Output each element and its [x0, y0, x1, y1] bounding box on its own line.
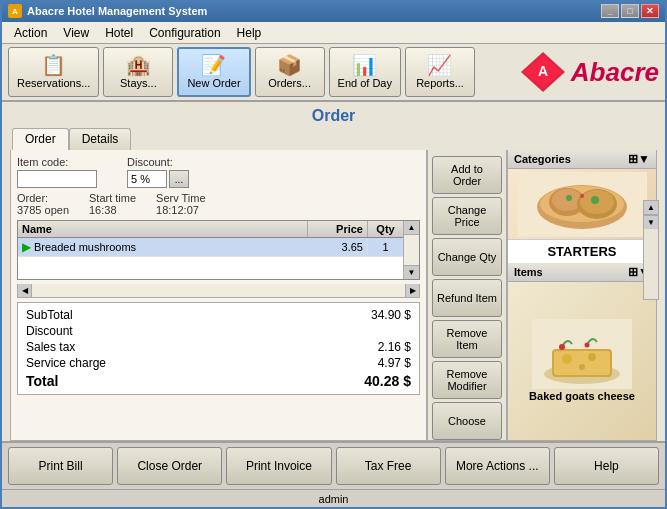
change-price-button[interactable]: Change Price: [432, 197, 502, 235]
main-content: Order Order Details Item code: Discount:: [2, 102, 665, 441]
menu-help[interactable]: Help: [229, 24, 270, 42]
servicecharge-value: 4.97 $: [378, 356, 411, 370]
toolbar-reports[interactable]: 📈 Reports...: [405, 47, 475, 97]
order-value: 3785 open: [17, 204, 69, 216]
tab-bar: Order Details: [2, 128, 665, 150]
menu-action[interactable]: Action: [6, 24, 55, 42]
servicecharge-label: Service charge: [26, 356, 106, 370]
category-name[interactable]: STARTERS: [508, 239, 656, 263]
page-title: Order: [2, 102, 665, 128]
discount-input[interactable]: [127, 170, 167, 188]
scroll-right-button[interactable]: ▶: [405, 284, 419, 297]
items-header: Items ⊞▼: [508, 263, 656, 282]
left-panel: Item code: Discount: ... Order:: [10, 150, 427, 441]
scroll-down-button[interactable]: ▼: [404, 265, 419, 279]
status-bar: admin: [2, 489, 665, 507]
toolbar-reservations[interactable]: 📋 Reservations...: [8, 47, 99, 97]
subtotal-value: 34.90 $: [371, 308, 411, 322]
item-code-input[interactable]: [17, 170, 97, 188]
total-value: 40.28 $: [364, 373, 411, 389]
toolbar-end-of-day[interactable]: 📊 End of Day: [329, 47, 401, 97]
serv-time-value: 18:12:07: [156, 204, 199, 216]
close-button[interactable]: ✕: [641, 4, 659, 18]
menu-configuration[interactable]: Configuration: [141, 24, 228, 42]
form-row-top: Item code: Discount: ...: [17, 156, 420, 188]
category-image[interactable]: [508, 169, 656, 239]
close-order-button[interactable]: Close Order: [117, 447, 222, 485]
table-scrollbar[interactable]: ▲ ▼: [403, 221, 419, 279]
logo-text: Abacre: [571, 57, 659, 88]
svg-rect-16: [554, 351, 610, 375]
toolbar-end-of-day-label: End of Day: [338, 77, 392, 89]
toolbar-orders-label: Orders...: [268, 77, 311, 89]
toolbar-new-order[interactable]: 📝 New Order: [177, 47, 250, 97]
change-qty-button[interactable]: Change Qty: [432, 238, 502, 276]
servicecharge-row: Service charge 4.97 $: [26, 355, 411, 371]
col-qty: Qty: [368, 221, 403, 237]
subtotal-row: SubTotal 34.90 $: [26, 307, 411, 323]
menu-bar: Action View Hotel Configuration Help: [2, 22, 665, 44]
svg-point-20: [559, 344, 565, 350]
table-row[interactable]: ▶ Breaded mushrooms 3.65 1: [18, 238, 403, 257]
scroll-track: [404, 235, 419, 265]
svg-point-12: [580, 194, 584, 198]
svg-point-18: [588, 353, 596, 361]
row-qty: 1: [368, 239, 403, 255]
svg-text:A: A: [538, 63, 548, 79]
item-image[interactable]: Baked goats cheese: [508, 282, 656, 440]
toolbar-orders[interactable]: 📦 Orders...: [255, 47, 325, 97]
categories-grid-icon[interactable]: ⊞▼: [628, 152, 650, 166]
tab-order[interactable]: Order: [12, 128, 69, 150]
total-label: Total: [26, 373, 58, 389]
more-actions-button[interactable]: More Actions ...: [445, 447, 550, 485]
reservations-icon: 📋: [41, 55, 66, 75]
discount-more-button[interactable]: ...: [169, 170, 189, 188]
choose-button[interactable]: Choose: [432, 402, 502, 440]
table-body: ▶ Breaded mushrooms 3.65 1: [18, 238, 403, 257]
menu-view[interactable]: View: [55, 24, 97, 42]
scroll-up-button[interactable]: ▲: [404, 221, 419, 235]
add-to-order-button[interactable]: Add to Order: [432, 156, 502, 194]
starters-image: [517, 172, 647, 237]
remove-modifier-button[interactable]: Remove Modifier: [432, 361, 502, 399]
print-invoice-button[interactable]: Print Invoice: [226, 447, 331, 485]
print-bill-button[interactable]: Print Bill: [8, 447, 113, 485]
refund-item-button[interactable]: Refund Item: [432, 279, 502, 317]
right-scroll-up[interactable]: ▲: [644, 201, 658, 215]
right-panel: Categories ⊞▼: [507, 150, 657, 441]
remove-item-button[interactable]: Remove Item: [432, 320, 502, 358]
svg-point-21: [585, 342, 590, 347]
panel-row: Item code: Discount: ... Order:: [2, 150, 665, 441]
row-arrow-icon: ▶: [22, 240, 31, 254]
discount-label: Discount:: [127, 156, 189, 168]
logo-icon: A: [517, 48, 569, 96]
subtotal-label: SubTotal: [26, 308, 73, 322]
toolbar-stays[interactable]: 🏨 Stays...: [103, 47, 173, 97]
svg-point-19: [579, 364, 585, 370]
salestax-label: Sales tax: [26, 340, 75, 354]
stays-icon: 🏨: [126, 55, 151, 75]
minimize-button[interactable]: _: [601, 4, 619, 18]
h-scrollbar[interactable]: ◀ ▶: [17, 284, 420, 298]
scroll-left-button[interactable]: ◀: [18, 284, 32, 297]
status-user: admin: [319, 493, 349, 505]
salestax-value: 2.16 $: [378, 340, 411, 354]
col-name: Name: [18, 221, 308, 237]
row-price: 3.65: [308, 239, 368, 255]
salestax-row: Sales tax 2.16 $: [26, 339, 411, 355]
svg-point-10: [566, 195, 572, 201]
right-scroll-down[interactable]: ▼: [644, 215, 658, 229]
app-icon: A: [8, 4, 22, 18]
discount-row: Discount: [26, 323, 411, 339]
maximize-button[interactable]: □: [621, 4, 639, 18]
bottom-bar: Print Bill Close Order Print Invoice Tax…: [2, 441, 665, 489]
toolbar-stays-label: Stays...: [120, 77, 157, 89]
help-button[interactable]: Help: [554, 447, 659, 485]
svg-point-11: [591, 196, 599, 204]
right-panel-scrollbar[interactable]: ▲ ▼: [643, 200, 659, 300]
app-logo: A Abacre: [517, 47, 659, 97]
tab-details[interactable]: Details: [69, 128, 132, 150]
discount-row-label: Discount: [26, 324, 73, 338]
menu-hotel[interactable]: Hotel: [97, 24, 141, 42]
tax-free-button[interactable]: Tax Free: [336, 447, 441, 485]
